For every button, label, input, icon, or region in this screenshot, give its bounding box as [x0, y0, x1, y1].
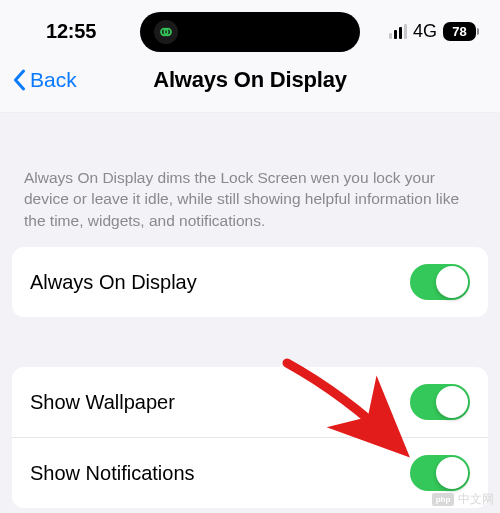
notifications-toggle[interactable] — [410, 455, 470, 491]
link-icon — [154, 20, 178, 44]
description-text: Always On Display dims the Lock Screen w… — [0, 113, 500, 247]
status-right: 4G 78 — [389, 21, 476, 42]
chevron-left-icon — [12, 69, 27, 91]
aod-label: Always On Display — [30, 271, 197, 294]
status-time: 12:55 — [46, 20, 96, 43]
nav-bar: Back Always On Display — [0, 54, 500, 113]
wallpaper-label: Show Wallpaper — [30, 391, 175, 414]
watermark-text: 中文网 — [458, 491, 494, 508]
notifications-label: Show Notifications — [30, 462, 195, 485]
back-button[interactable]: Back — [12, 68, 77, 92]
toggle-knob — [436, 266, 468, 298]
watermark-logo: php — [432, 493, 454, 506]
watermark: php 中文网 — [432, 491, 494, 508]
battery-percent: 78 — [452, 24, 466, 39]
dynamic-island[interactable] — [140, 12, 360, 52]
signal-icon — [389, 24, 407, 39]
battery-icon: 78 — [443, 22, 476, 41]
network-label: 4G — [413, 21, 437, 42]
wallpaper-toggle[interactable] — [410, 384, 470, 420]
setting-row-notifications: Show Notifications — [12, 438, 488, 508]
toggle-knob — [436, 386, 468, 418]
settings-group-main: Always On Display — [12, 247, 488, 317]
status-bar: 12:55 4G 78 — [0, 0, 500, 54]
aod-toggle[interactable] — [410, 264, 470, 300]
back-label: Back — [30, 68, 77, 92]
page-title: Always On Display — [153, 67, 346, 93]
settings-group-options: Show Wallpaper Show Notifications — [12, 367, 488, 508]
toggle-knob — [436, 457, 468, 489]
setting-row-wallpaper: Show Wallpaper — [12, 367, 488, 438]
setting-row-aod: Always On Display — [12, 247, 488, 317]
